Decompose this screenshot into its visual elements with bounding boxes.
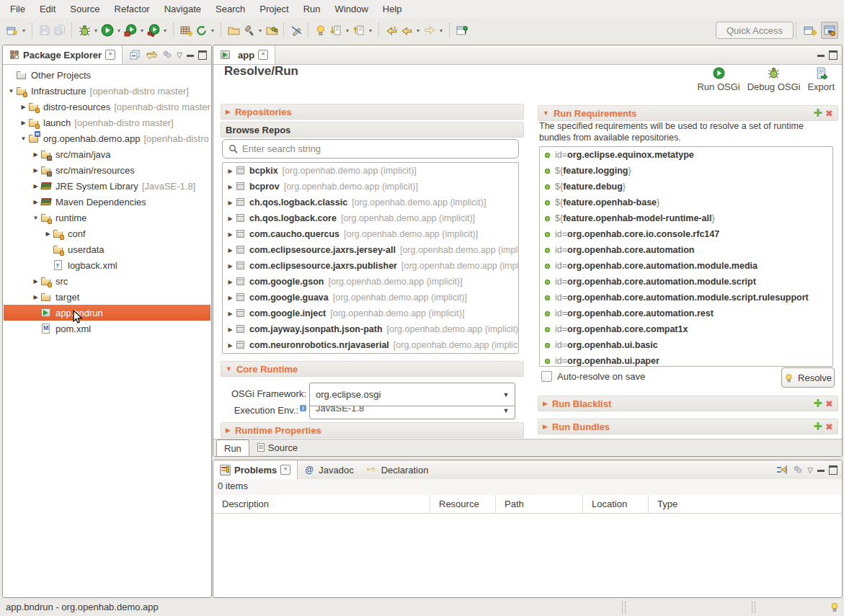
expander-icon[interactable]: ▶: [226, 184, 235, 190]
coverage-icon[interactable]: [123, 23, 138, 37]
run-dropdown[interactable]: ▾: [115, 27, 123, 34]
section-core-runtime[interactable]: ▼ Core Runtime: [221, 361, 524, 377]
tree-row[interactable]: distro-resources [openhab-distro master]: [4, 99, 210, 115]
menu-item[interactable]: Window: [328, 1, 376, 17]
expander-icon[interactable]: ▶: [226, 200, 235, 206]
repo-search-field[interactable]: Enter search string: [222, 139, 519, 159]
tree-row[interactable]: userdata: [4, 241, 210, 257]
expander-icon[interactable]: ▶: [226, 231, 235, 238]
expander-icon[interactable]: [19, 104, 28, 110]
expander-icon[interactable]: [31, 278, 40, 285]
tree-row[interactable]: src/main/java: [4, 146, 210, 162]
tree-row[interactable]: pom.xml: [4, 321, 210, 336]
toggle-annotations-icon[interactable]: [289, 23, 303, 37]
refresh-dropdown[interactable]: ▾: [209, 27, 216, 34]
menu-item[interactable]: Project: [252, 1, 296, 17]
menu-item[interactable]: Source: [63, 1, 107, 17]
menu-item[interactable]: Run: [296, 1, 328, 17]
next-annotation-dropdown[interactable]: ▾: [344, 27, 351, 34]
menu-item[interactable]: Navigate: [157, 1, 208, 17]
open-resource-icon[interactable]: [265, 23, 279, 37]
expander-icon[interactable]: [31, 215, 40, 221]
filter-icon[interactable]: [776, 465, 789, 475]
expander-icon[interactable]: [31, 167, 40, 174]
link-with-editor-icon[interactable]: [146, 50, 158, 60]
section-run-requirements[interactable]: ▼ Run Requirements ✚ ✖: [538, 105, 838, 121]
tree-row[interactable]: org.openhab.demo.app [openhab-distro mas…: [4, 130, 210, 146]
open-folder-icon[interactable]: [226, 23, 241, 37]
repo-row[interactable]: ▶ com.eclipsesource.jaxrs.publisher [org…: [223, 258, 518, 274]
status-grip[interactable]: [752, 602, 755, 613]
tree-row[interactable]: Other Projects: [4, 67, 210, 83]
requirement-row[interactable]: id= org.openhab.core.automation.module.s…: [540, 290, 832, 305]
profile-icon[interactable]: [146, 23, 161, 37]
repo-row[interactable]: ▶ ch.qos.logback.classic [org.openhab.de…: [223, 195, 518, 210]
repo-row[interactable]: ▶ com.google.guava [org.openhab.demo.app…: [223, 290, 518, 305]
tree-row[interactable]: src: [4, 273, 210, 289]
coverage-dropdown[interactable]: ▾: [138, 27, 146, 34]
status-grip[interactable]: [622, 602, 626, 613]
repo-row[interactable]: ▶ com.google.inject [org.openhab.demo.ap…: [223, 305, 518, 321]
expander-icon[interactable]: ▶: [226, 263, 235, 269]
close-icon[interactable]: ✕: [105, 50, 115, 60]
minimize-icon[interactable]: [187, 55, 194, 57]
menu-item[interactable]: Search: [208, 1, 252, 17]
collapse-all-icon[interactable]: [130, 50, 141, 60]
problems-view-tab[interactable]: Problems ✕: [213, 460, 298, 479]
repo-row[interactable]: ▶ com.google.gson [org.openhab.demo.app …: [223, 274, 518, 290]
minimize-icon[interactable]: [817, 470, 825, 472]
requirement-row[interactable]: id= org.openhab.ui.basic: [540, 337, 832, 353]
save-icon[interactable]: [37, 23, 52, 37]
resolve-button[interactable]: Resolve: [781, 367, 835, 388]
chevron-down-icon[interactable]: ▼: [497, 407, 515, 414]
requirement-row[interactable]: id= org.openhab.core.io.console.rfc147: [540, 226, 832, 242]
expander-icon[interactable]: [31, 199, 40, 205]
run-osgi-button[interactable]: Run OSGi: [697, 67, 739, 92]
menu-item[interactable]: Edit: [32, 1, 63, 17]
expander-icon[interactable]: [6, 88, 16, 94]
requirement-row[interactable]: ${ feature.logging }: [540, 163, 832, 179]
requirement-row[interactable]: ${ feature.openhab-base }: [540, 195, 832, 210]
requirement-row[interactable]: id= org.openhab.core.automation.rest: [540, 305, 832, 321]
focus-working-set-icon[interactable]: [162, 50, 172, 60]
forward-dropdown[interactable]: ▾: [437, 27, 445, 34]
menu-item[interactable]: File: [3, 1, 32, 17]
repo-row[interactable]: ▶ bcpkix [org.openhab.demo.app (implicit…: [223, 163, 518, 179]
minimize-icon[interactable]: [817, 55, 825, 57]
new-wizard-icon[interactable]: [5, 23, 19, 37]
export-button[interactable]: Export: [807, 67, 835, 92]
forward-icon[interactable]: [422, 23, 437, 37]
repo-row[interactable]: ▶ bcprov [org.openhab.demo.app (implicit…: [223, 179, 518, 195]
tab-app-bndrun[interactable]: app ✕: [213, 45, 275, 64]
tree-row[interactable]: launch [openhab-distro master]: [4, 115, 210, 130]
problems-view-tab[interactable]: Declaration: [360, 460, 435, 479]
requirement-row[interactable]: id= org.eclipse.equinox.metatype: [540, 147, 832, 163]
run-icon[interactable]: [100, 23, 115, 37]
search-dropdown[interactable]: ▾: [257, 27, 264, 34]
maximize-icon[interactable]: [198, 50, 207, 60]
expander-icon[interactable]: ▶: [226, 311, 235, 317]
quick-access-button[interactable]: Quick Access: [716, 22, 794, 39]
expander-icon[interactable]: [19, 135, 28, 142]
last-edit-location-icon[interactable]: [384, 23, 399, 37]
debug-osgi-button[interactable]: Debug OSGi: [747, 67, 801, 92]
close-icon[interactable]: ✕: [280, 465, 290, 475]
column-header[interactable]: Path: [496, 495, 583, 513]
tree-row[interactable]: Maven Dependencies: [4, 194, 210, 210]
tree-row[interactable]: logback.xml: [4, 257, 210, 273]
repo-row[interactable]: ▶ com.neuronrobotics.nrjavaserial [org.o…: [223, 337, 518, 353]
column-header[interactable]: Description: [213, 495, 430, 513]
new-wizard-dropdown[interactable]: ▾: [20, 27, 27, 34]
chevron-down-icon[interactable]: ▼: [497, 391, 515, 398]
view-menu-icon[interactable]: ▽: [807, 466, 813, 474]
maximize-icon[interactable]: [829, 50, 838, 60]
focus-icon[interactable]: [793, 465, 803, 475]
profile-dropdown[interactable]: ▾: [161, 27, 169, 34]
osgi-framework-combo[interactable]: org.eclipse.osgi ▼: [309, 383, 515, 406]
tab-package-explorer[interactable]: Package Explorer ✕: [3, 45, 123, 64]
requirement-row[interactable]: id= org.openhab.core.compat1x: [540, 321, 832, 337]
tree-row[interactable]: runtime: [4, 210, 210, 226]
section-run-blacklist[interactable]: ▶ Run Blacklist ✚ ✖: [538, 396, 838, 411]
previous-annotation-dropdown[interactable]: ▾: [367, 27, 374, 34]
back-dropdown[interactable]: ▾: [414, 27, 422, 34]
